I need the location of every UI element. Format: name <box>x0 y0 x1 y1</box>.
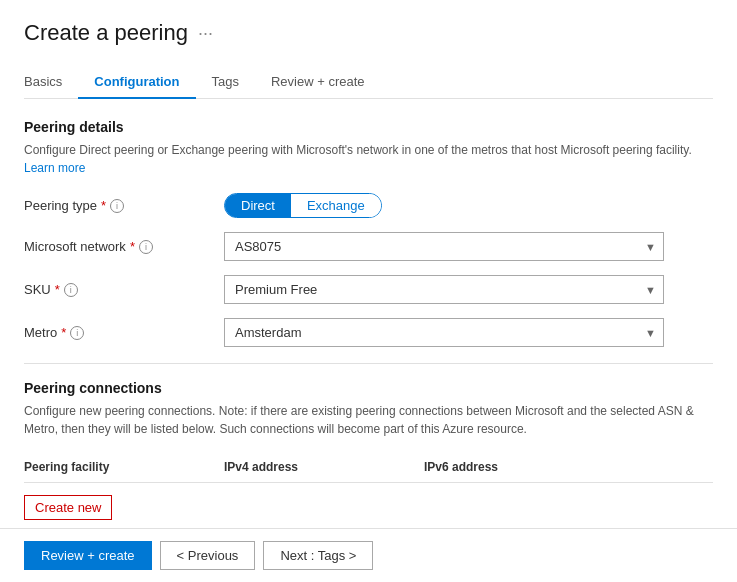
toggle-exchange[interactable]: Exchange <box>291 194 381 217</box>
toggle-direct[interactable]: Direct <box>225 194 291 217</box>
footer-actions: Review + create < Previous Next : Tags > <box>0 528 737 582</box>
microsoft-network-select[interactable]: AS8075 <box>224 232 664 261</box>
peering-type-toggle: Direct Exchange <box>224 193 664 218</box>
section-divider <box>24 363 713 364</box>
peering-details-title: Peering details <box>24 119 713 135</box>
peering-details-section: Peering details Configure Direct peering… <box>24 119 713 347</box>
more-options-icon[interactable]: ··· <box>198 23 213 44</box>
sku-row: SKU * i Premium Free ▼ <box>24 275 713 304</box>
microsoft-network-select-wrapper: AS8075 ▼ <box>224 232 664 261</box>
create-new-button[interactable]: Create new <box>24 495 112 520</box>
sku-info-icon[interactable]: i <box>64 283 78 297</box>
metro-label: Metro * i <box>24 325 224 340</box>
metro-control: Amsterdam ▼ <box>224 318 664 347</box>
tab-review-create[interactable]: Review + create <box>255 66 381 99</box>
microsoft-network-label: Microsoft network * i <box>24 239 224 254</box>
required-indicator: * <box>61 325 66 340</box>
col-header-ipv6: IPv6 address <box>424 460 713 474</box>
microsoft-network-control: AS8075 ▼ <box>224 232 664 261</box>
tab-configuration[interactable]: Configuration <box>78 66 195 99</box>
review-create-button[interactable]: Review + create <box>24 541 152 570</box>
metro-info-icon[interactable]: i <box>70 326 84 340</box>
peering-type-toggle-group: Direct Exchange <box>224 193 382 218</box>
required-indicator: * <box>130 239 135 254</box>
peering-type-row: Peering type * i Direct Exchange <box>24 193 713 218</box>
metro-select-wrapper: Amsterdam ▼ <box>224 318 664 347</box>
peering-details-desc: Configure Direct peering or Exchange pee… <box>24 141 713 177</box>
learn-more-link[interactable]: Learn more <box>24 161 85 175</box>
sku-control: Premium Free ▼ <box>224 275 664 304</box>
page-title-row: Create a peering ··· <box>24 20 713 46</box>
connections-table-header: Peering facility IPv4 address IPv6 addre… <box>24 452 713 483</box>
tab-basics[interactable]: Basics <box>24 66 78 99</box>
connections-title: Peering connections <box>24 380 713 396</box>
required-indicator: * <box>101 198 106 213</box>
connections-desc: Configure new peering connections. Note:… <box>24 402 713 438</box>
microsoft-network-row: Microsoft network * i AS8075 ▼ <box>24 232 713 261</box>
peering-type-info-icon[interactable]: i <box>110 199 124 213</box>
metro-select[interactable]: Amsterdam <box>224 318 664 347</box>
sku-label: SKU * i <box>24 282 224 297</box>
peering-connections-section: Peering connections Configure new peerin… <box>24 380 713 520</box>
sku-select[interactable]: Premium Free <box>224 275 664 304</box>
microsoft-network-info-icon[interactable]: i <box>139 240 153 254</box>
required-indicator: * <box>55 282 60 297</box>
sku-select-wrapper: Premium Free ▼ <box>224 275 664 304</box>
page-title: Create a peering <box>24 20 188 46</box>
peering-type-label: Peering type * i <box>24 198 224 213</box>
metro-row: Metro * i Amsterdam ▼ <box>24 318 713 347</box>
col-header-ipv4: IPv4 address <box>224 460 424 474</box>
col-header-facility: Peering facility <box>24 460 224 474</box>
tab-tags[interactable]: Tags <box>196 66 255 99</box>
tab-bar: Basics Configuration Tags Review + creat… <box>24 66 713 99</box>
previous-button[interactable]: < Previous <box>160 541 256 570</box>
next-button[interactable]: Next : Tags > <box>263 541 373 570</box>
